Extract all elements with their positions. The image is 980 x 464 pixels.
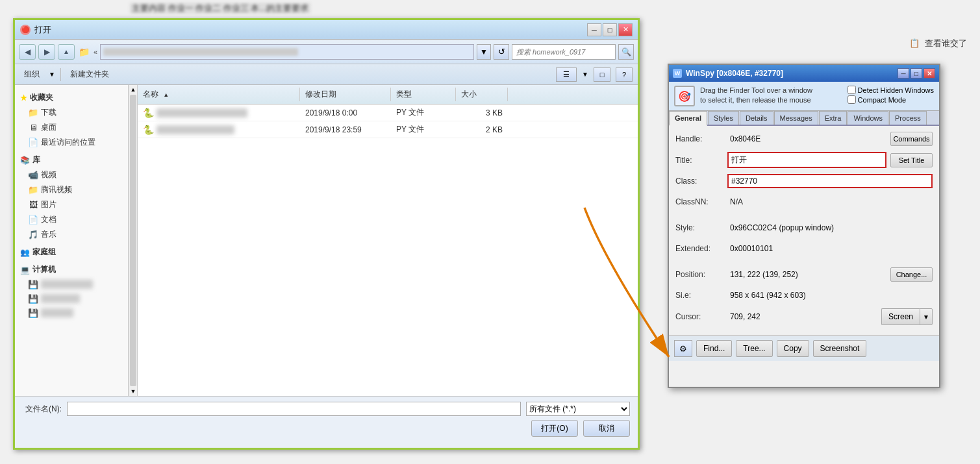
help-button[interactable]: ?	[616, 67, 633, 82]
table-row[interactable]: 🐍 2019/9/18 0:00 PY 文件 3 KB	[138, 104, 638, 121]
back-button[interactable]: ◀	[19, 44, 36, 60]
maximize-button[interactable]: □	[603, 23, 617, 36]
column-header-date[interactable]: 修改日期	[300, 88, 391, 101]
size-row: Si.e: 958 x 641 (942 x 603)	[675, 287, 933, 303]
file-list-area: 名称 ▲ 修改日期 类型 大小 🐍 2019/9/18	[138, 85, 638, 396]
filetype-select[interactable]: 所有文件 (*.*)	[526, 402, 630, 416]
search-input[interactable]	[512, 44, 616, 60]
tencent-video-label: 腾讯视频	[41, 184, 72, 195]
sidebar-item-documents[interactable]: 📄 文档	[15, 212, 128, 227]
table-row[interactable]: 🐍 2019/9/18 23:59 PY 文件 2 KB	[138, 121, 638, 138]
detect-hidden-checkbox[interactable]	[848, 86, 856, 94]
dialog-action-buttons: 打开(O) 取消	[23, 420, 630, 437]
file-dialog-titlebar: 🔴 打开 ─ □ ✕	[15, 20, 638, 40]
position-value: 131, 222 (139, 252)	[727, 269, 886, 280]
commands-button[interactable]: Commands	[890, 132, 933, 146]
cursor-label: Cursor:	[675, 312, 727, 321]
view-options-button[interactable]: ☰	[556, 67, 577, 82]
column-header-size[interactable]: 大小	[456, 88, 508, 101]
library-header[interactable]: 📚 库	[15, 153, 128, 167]
sidebar-item-pictures[interactable]: 🖼 图片	[15, 197, 128, 212]
compact-mode-checkbox[interactable]	[848, 95, 856, 104]
style-value: 0x96CC02C4 (popup window)	[727, 222, 933, 234]
column-header-name[interactable]: 名称 ▲	[138, 88, 300, 101]
file-date-cell-1: 2019/9/18 0:00	[300, 108, 391, 117]
open-button[interactable]: 打开(O)	[531, 420, 578, 437]
cancel-button[interactable]: 取消	[583, 420, 630, 437]
tab-extra[interactable]: Extra	[819, 111, 848, 125]
column-header-type[interactable]: 类型	[391, 88, 456, 101]
documents-icon: 📄	[28, 215, 38, 225]
top-annotation-blurred: 主要内容 作业一 作业二 作业三 本...的主要要求	[130, 3, 310, 14]
tab-details[interactable]: Details	[740, 111, 773, 125]
computer-header[interactable]: 💻 计算机	[15, 262, 128, 277]
desktop-label: 桌面	[41, 122, 57, 133]
file-type-cell-1: PY 文件	[391, 107, 456, 118]
handle-label: Handle:	[675, 134, 727, 143]
sidebar-item-tencent-video[interactable]: 📁 腾讯视频	[15, 182, 128, 197]
tab-general[interactable]: General	[669, 111, 707, 126]
style-row: Style: 0x96CC02C4 (popup window)	[675, 220, 933, 236]
winspy-settings-icon[interactable]: ⚙	[674, 340, 692, 357]
sidebar-item-drive1[interactable]: 💾	[15, 277, 128, 291]
position-label: Position:	[675, 270, 727, 279]
close-button[interactable]: ✕	[618, 23, 633, 36]
sidebar-item-music[interactable]: 🎵 音乐	[15, 227, 128, 242]
sidebar-item-recent[interactable]: 📄 最近访问的位置	[15, 135, 128, 150]
col-type-label: 类型	[396, 90, 412, 99]
tab-process[interactable]: Process	[889, 111, 927, 125]
class-value: #32770	[727, 174, 933, 188]
extended-row: Extended: 0x00010101	[675, 241, 933, 256]
refresh-button[interactable]: ↺	[494, 44, 509, 60]
change-button[interactable]: Change...	[890, 267, 933, 282]
favorites-header[interactable]: ★ 收藏夹	[15, 90, 128, 105]
minimize-button[interactable]: ─	[587, 23, 601, 36]
address-dropdown-button[interactable]: ▼	[477, 44, 491, 60]
tab-styles[interactable]: Styles	[708, 111, 739, 125]
left-panel-scrollbar[interactable]: ▲ ▼	[129, 85, 138, 396]
copy-button[interactable]: Copy	[777, 340, 809, 357]
screen-button[interactable]: Screen	[881, 308, 920, 325]
tree-button[interactable]: Tree...	[736, 340, 772, 357]
find-button[interactable]: Find...	[696, 340, 732, 357]
extended-value: 0x00010101	[727, 243, 933, 254]
recent-label: 最近访问的位置	[41, 137, 95, 148]
winspy-maximize-button[interactable]: □	[911, 68, 922, 79]
winspy-close-button[interactable]: ✕	[923, 68, 935, 79]
screenshot-button[interactable]: Screenshot	[813, 340, 867, 357]
homegroup-header[interactable]: 👥 家庭组	[15, 245, 128, 260]
dialog-main-area: ★ 收藏夹 📁 下载 🖥 桌面 📄 最近访问的位置	[15, 85, 638, 396]
tab-messages[interactable]: Messages	[774, 111, 818, 125]
screen-dropdown-button[interactable]: ▼	[920, 308, 933, 325]
drive1-icon: 💾	[28, 279, 38, 289]
winspy-minimize-button[interactable]: ─	[898, 68, 909, 79]
position-row: Position: 131, 222 (139, 252) Change...	[675, 267, 933, 282]
new-folder-button[interactable]: 新建文件夹	[66, 67, 113, 81]
handle-row: Handle: 0x8046E Commands	[675, 131, 933, 147]
finder-tool-icon[interactable]: 🎯	[674, 86, 695, 106]
sidebar-item-video[interactable]: 📹 视频	[15, 167, 128, 182]
library-icon: 📚	[20, 156, 30, 165]
pictures-icon: 🖼	[28, 200, 38, 210]
compact-mode-row: Compact Mode	[848, 95, 934, 104]
up-button[interactable]: ▲	[58, 44, 75, 60]
sidebar-item-drive3[interactable]: 💾	[15, 306, 128, 320]
tab-windows[interactable]: Windows	[848, 111, 888, 125]
drive2-label	[41, 294, 80, 303]
dialog-bottom-bar: 文件名(N): 所有文件 (*.*) 打开(O) 取消	[15, 396, 638, 448]
forward-button[interactable]: ▶	[38, 44, 55, 60]
top-annotation-text: 主要内容 作业一 作业二 作业三 本...的主要要求	[130, 3, 310, 14]
organize-button[interactable]: 组织	[20, 67, 44, 81]
titlebar-controls: ─ □ ✕	[587, 23, 633, 36]
sidebar-item-downloads[interactable]: 📁 下载	[15, 105, 128, 120]
music-label: 音乐	[41, 229, 57, 240]
search-button[interactable]: 🔍	[618, 44, 634, 60]
filename-label: 文件名(N):	[23, 404, 62, 415]
filename-input[interactable]	[67, 402, 521, 416]
sidebar-item-drive2[interactable]: 💾	[15, 291, 128, 306]
view-toggle-button[interactable]: □	[594, 67, 610, 82]
set-title-button[interactable]: Set Title	[890, 153, 933, 167]
computer-header-label: 计算机	[32, 264, 56, 275]
sidebar-item-desktop[interactable]: 🖥 桌面	[15, 120, 128, 135]
address-bar[interactable]	[100, 44, 474, 60]
